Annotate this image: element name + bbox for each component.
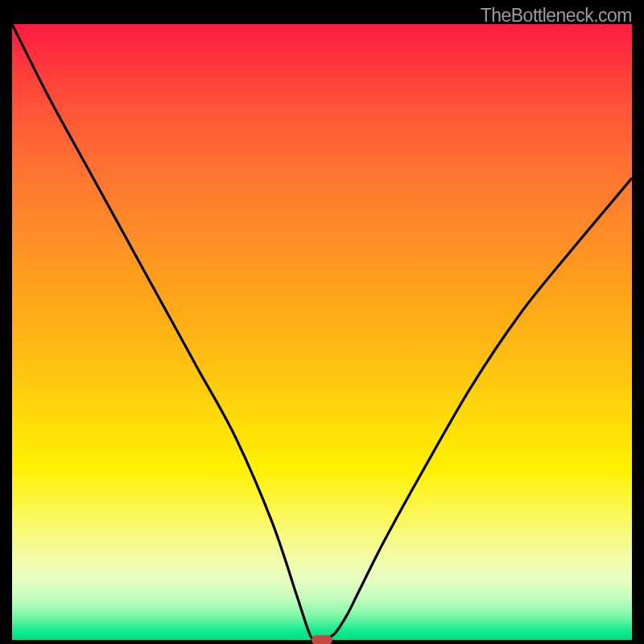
watermark-text: TheBottleneck.com: [481, 5, 632, 27]
curve-svg: [12, 24, 632, 640]
chart-container: TheBottleneck.com: [0, 0, 644, 644]
bottleneck-curve: [12, 24, 632, 641]
optimum-marker: [312, 635, 332, 644]
plot-area: [12, 24, 632, 640]
